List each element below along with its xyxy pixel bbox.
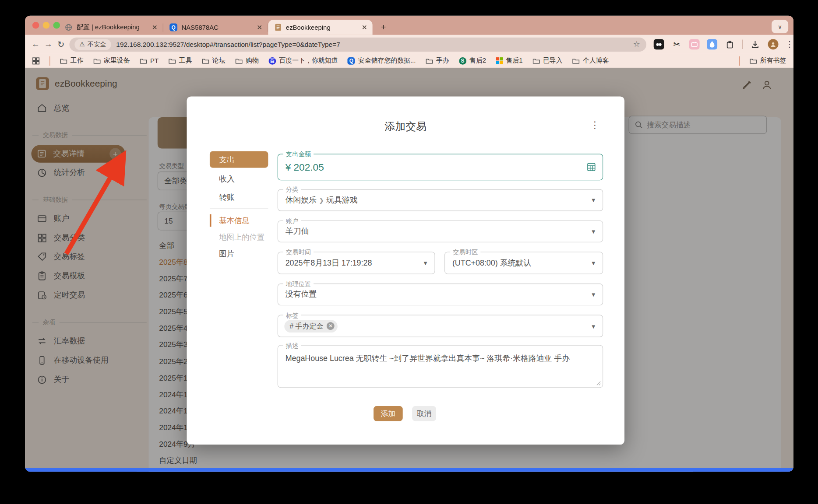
timezone-value: (UTC+08:00) 系统默认 [452, 258, 531, 268]
tag-chip[interactable]: # 手办定金 ✕ [284, 320, 338, 332]
transaction-time-field[interactable]: 交易时间 2025年8月13日 17:19:28 ▼ [278, 252, 435, 274]
bookmark-item[interactable]: S售后2 [459, 56, 486, 65]
minimize-window-button[interactable] [43, 22, 49, 28]
folder-icon [140, 58, 147, 64]
all-bookmarks-button[interactable]: 所有书签 [750, 56, 786, 65]
amount-field[interactable]: 支出金额 ¥ 202.05 [278, 154, 603, 180]
active-section-bar [210, 214, 212, 227]
extension-scissors-icon[interactable]: ✂ [671, 39, 682, 49]
location-field[interactable]: 地理位置 没有位置 ▼ [278, 284, 603, 305]
remove-tag-icon[interactable]: ✕ [327, 322, 335, 330]
folder-icon [93, 58, 101, 64]
q-lock-icon: Q [348, 57, 355, 64]
browser-tab[interactable]: Q NAS5878AC ✕ [163, 20, 268, 35]
bookmark-item[interactable]: 百百度一下，你就知道 [269, 56, 338, 65]
nav-divider [210, 209, 268, 209]
profile-avatar[interactable] [768, 39, 779, 49]
s-badge-icon: S [459, 57, 466, 64]
new-tab-button[interactable]: + [377, 21, 390, 34]
tags-field[interactable]: 标签 # 手办定金 ✕ ▼ [278, 315, 603, 337]
browser-tab[interactable]: 配置 | ezBookkeeping ✕ [58, 20, 162, 35]
chevron-right-icon: ❯ [319, 197, 324, 204]
amount-value: ¥ 202.05 [286, 161, 324, 173]
extension-clipboard-icon[interactable] [725, 39, 735, 49]
bookmark-item[interactable]: Q安全储存您的数据... [348, 56, 416, 65]
bookmark-item[interactable]: 工作 [60, 56, 84, 65]
tab-title: ezBookkeeping [286, 24, 357, 31]
bookmark-item[interactable]: 论坛 [202, 56, 226, 65]
bookmark-item[interactable]: 家里设备 [93, 56, 130, 65]
address-bar[interactable]: ⚠不安全 192.168.200.132:9527/desktop#/trans… [69, 37, 646, 51]
section-tab-map-location[interactable]: 地图上的位置 [219, 232, 264, 242]
chevron-down-icon: ▼ [423, 260, 428, 266]
close-window-button[interactable] [32, 22, 39, 28]
bookmarks-separator [49, 56, 50, 65]
time-value: 2025年8月13日 17:19:28 [286, 258, 372, 268]
tab-search-chevron-button[interactable]: ∨ [772, 20, 788, 33]
folder-icon [235, 58, 243, 64]
security-label: 不安全 [88, 40, 106, 49]
bookmark-item[interactable]: 购物 [235, 56, 259, 65]
chevron-down-icon: ▼ [591, 291, 596, 298]
folder-icon [572, 58, 580, 64]
add-button[interactable]: 添加 [374, 406, 403, 421]
reload-button[interactable]: ↻ [55, 39, 67, 49]
security-chip[interactable]: ⚠不安全 [74, 39, 111, 50]
bookmark-item[interactable]: 个人博客 [572, 56, 609, 65]
close-tab-icon[interactable]: ✕ [257, 24, 262, 32]
browser-menu-kebab[interactable]: ⋮ [786, 40, 793, 49]
bookmark-item[interactable]: 手办 [426, 56, 449, 65]
extension-drop-icon[interactable] [707, 39, 717, 49]
browser-toolbar: ← → ↻ ⚠不安全 192.168.200.132:9527/desktop#… [25, 35, 793, 54]
extension-bilibili-icon[interactable] [689, 39, 700, 49]
apps-grid-icon[interactable] [32, 57, 40, 64]
bookmark-item[interactable]: 已导入 [532, 56, 563, 65]
app-page: ezBookkeeping 总览 交易数据 交易详情 + 统计分析 基础数据 账… [25, 68, 793, 472]
tab-list: 配置 | ezBookkeeping ✕ Q NAS5878AC ✕ ezBoo… [58, 20, 390, 35]
bookmark-item[interactable]: 工具 [169, 56, 192, 65]
calculator-icon[interactable] [587, 163, 596, 172]
bookmark-item[interactable]: 售后1 [496, 56, 523, 65]
account-field[interactable]: 账户 羊刀仙 ▼ [278, 220, 603, 242]
cancel-button[interactable]: 取消 [412, 406, 436, 421]
extension-panda-icon[interactable] [654, 39, 664, 49]
downloads-button[interactable] [750, 39, 761, 49]
warning-icon: ⚠ [79, 41, 85, 48]
bookmark-star-icon[interactable]: ☆ [633, 40, 640, 49]
receipt-icon [275, 24, 282, 32]
description-field[interactable]: 描述 MegaHouse Lucrea 无职转生 ~到了异世界就拿出真本事~ 洛… [278, 345, 603, 388]
resize-handle[interactable] [596, 381, 601, 386]
category-field[interactable]: 分类 休闲娱乐 ❯ 玩具游戏 ▼ [278, 189, 603, 211]
browser-tab-active[interactable]: ezBookkeeping ✕ [268, 20, 372, 35]
type-tab-income[interactable]: 收入 [219, 174, 235, 184]
timezone-field[interactable]: 交易时区 (UTC+08:00) 系统默认 ▼ [444, 252, 603, 274]
description-value: MegaHouse Lucrea 无职转生 ~到了异世界就拿出真本事~ 洛琪希·… [286, 354, 570, 364]
section-tab-pictures[interactable]: 图片 [219, 249, 234, 259]
close-tab-icon[interactable]: ✕ [152, 24, 158, 32]
screen: 配置 | ezBookkeeping ✕ Q NAS5878AC ✕ ezBoo… [0, 0, 818, 504]
dialog-menu-kebab[interactable]: ⋮ [590, 119, 599, 131]
tab-title: NAS5878AC [182, 24, 253, 31]
browser-window: 配置 | ezBookkeeping ✕ Q NAS5878AC ✕ ezBoo… [25, 16, 793, 472]
chevron-down-icon: ▼ [591, 323, 596, 329]
type-tab-transfer[interactable]: 转账 [219, 193, 235, 203]
add-transaction-dialog: 添加交易 ⋮ 支出 收入 转账 基本信息 地图上的位置 图片 支出金额 ¥ 20… [187, 96, 624, 444]
category-value: 休闲娱乐 ❯ 玩具游戏 [286, 195, 358, 205]
type-tab-expense[interactable]: 支出 [210, 151, 268, 168]
section-tab-basic-info[interactable]: 基本信息 [219, 216, 249, 226]
close-tab-icon[interactable]: ✕ [362, 24, 367, 32]
extensions-row: ✂ ⋮ [654, 39, 793, 49]
bookmarks-bar: 工作 家里设备 PT 工具 论坛 购物 百百度一下，你就知道 Q安全储存您的数据… [25, 54, 793, 68]
chevron-down-icon: ▼ [591, 197, 596, 203]
tab-strip: 配置 | ezBookkeeping ✕ Q NAS5878AC ✕ ezBoo… [25, 16, 793, 35]
folder-icon [750, 58, 757, 64]
account-value: 羊刀仙 [286, 227, 309, 237]
forward-button[interactable]: → [42, 40, 55, 49]
tab-title: 配置 | ezBookkeeping [77, 23, 148, 32]
folder-icon [532, 58, 540, 64]
location-value: 没有位置 [286, 290, 317, 300]
bookmark-item[interactable]: PT [140, 57, 159, 64]
back-button[interactable]: ← [29, 40, 42, 49]
bottom-blue-bar [25, 468, 793, 472]
globe-icon [65, 24, 73, 32]
